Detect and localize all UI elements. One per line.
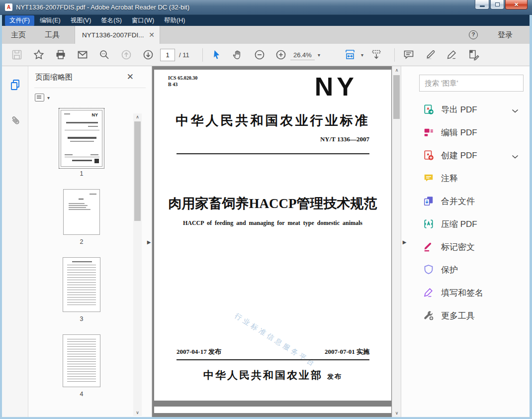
page-thumbnails-icon[interactable] bbox=[9, 78, 22, 91]
chevron-down-icon bbox=[512, 106, 519, 115]
scroll-down-icon[interactable]: ∨ bbox=[133, 410, 142, 415]
scroll-up-icon[interactable]: ∧ bbox=[133, 114, 142, 119]
protect-shield-icon bbox=[423, 264, 434, 275]
tool-compress-pdf[interactable]: 压缩 PDF bbox=[401, 212, 530, 235]
document-main-title: 肉用家畜饲养HACCP管理技术规范 bbox=[154, 195, 391, 212]
thumbnail-page-number: 4 bbox=[80, 391, 84, 398]
comment-icon[interactable] bbox=[403, 49, 415, 61]
chevron-down-icon bbox=[512, 152, 519, 161]
previous-page-icon[interactable] bbox=[120, 49, 132, 61]
sign-pen-icon[interactable] bbox=[446, 49, 458, 61]
menu-window[interactable]: 窗口(W) bbox=[127, 15, 159, 26]
thumbnail-options-button[interactable]: ▾ bbox=[35, 94, 50, 102]
sign-in-button[interactable]: 登录 bbox=[498, 26, 513, 44]
menu-view[interactable]: 视图(V) bbox=[66, 15, 96, 26]
collapse-left-panel-icon[interactable]: ▶ bbox=[146, 235, 152, 248]
thumbnail-page-3[interactable] bbox=[63, 257, 100, 312]
thumbnail-item: 4 bbox=[28, 334, 135, 410]
thumbnail-page-4[interactable] bbox=[63, 334, 100, 387]
next-page-icon[interactable] bbox=[142, 49, 154, 61]
fill-sign-icon[interactable] bbox=[468, 49, 480, 61]
zoom-level-control[interactable]: 26.4% ▾ bbox=[290, 49, 320, 61]
scroll-down-icon[interactable]: ∨ bbox=[392, 411, 401, 416]
zoom-in-icon[interactable] bbox=[275, 49, 287, 61]
tool-protect[interactable]: 保护 bbox=[401, 258, 530, 281]
close-tab-icon[interactable]: ✕ bbox=[149, 31, 155, 39]
tool-export-pdf[interactable]: 导出 PDF bbox=[401, 98, 530, 121]
save-icon[interactable] bbox=[11, 49, 23, 61]
tool-list: 导出 PDF 编辑 PDF 创建 PDF bbox=[401, 98, 530, 327]
menu-sign[interactable]: 签名(S) bbox=[96, 15, 126, 26]
panel-title: 页面缩略图 bbox=[35, 73, 73, 82]
tab-tools[interactable]: 工具 bbox=[45, 26, 60, 44]
thumbnail-page-number: 1 bbox=[80, 170, 84, 177]
tool-combine-files[interactable]: 合并文件 bbox=[401, 190, 530, 212]
more-tools-wrench-icon bbox=[423, 310, 434, 321]
tab-bar: 主页 工具 NYT1336-2007FDI... ✕ ? 登录 bbox=[2, 26, 530, 44]
tools-search-input[interactable] bbox=[419, 75, 524, 92]
thumbnails-scrollbar[interactable]: ∧ ∨ bbox=[133, 113, 142, 416]
tool-more-tools[interactable]: 更多工具 bbox=[401, 304, 530, 327]
tool-comment[interactable]: 注释 bbox=[401, 167, 530, 190]
document-scrollbar[interactable]: ∧ ∨ bbox=[392, 66, 401, 417]
email-icon[interactable] bbox=[77, 49, 89, 61]
pdf-page-2-top bbox=[154, 407, 391, 413]
tool-redact[interactable]: 标记密文 bbox=[401, 235, 530, 258]
options-list-icon bbox=[35, 94, 44, 102]
attachments-paperclip-icon[interactable] bbox=[9, 114, 22, 127]
close-panel-icon[interactable]: ✕ bbox=[127, 72, 134, 82]
scrollbar-thumb[interactable] bbox=[134, 121, 141, 221]
page-count-label: / 11 bbox=[179, 49, 189, 61]
help-icon[interactable]: ? bbox=[469, 30, 478, 39]
tool-create-pdf[interactable]: 创建 PDF bbox=[401, 144, 530, 167]
thumbnail-item: NY 1 bbox=[28, 110, 135, 189]
edit-pdf-icon bbox=[423, 127, 434, 138]
scroll-mode-icon[interactable] bbox=[370, 49, 382, 61]
compress-pdf-icon bbox=[423, 218, 434, 229]
ics-code: ICS 65.020.30 B 43 bbox=[168, 75, 197, 88]
navigation-rail bbox=[2, 66, 28, 417]
tool-edit-pdf[interactable]: 编辑 PDF bbox=[401, 121, 530, 144]
publisher-name: 中华人民共和国农业部 bbox=[203, 369, 323, 381]
select-tool-icon[interactable] bbox=[211, 49, 223, 61]
close-button[interactable]: ✕ bbox=[505, 0, 528, 9]
document-tab-label: NYT1336-2007FDI... bbox=[82, 31, 146, 39]
toolbar-separator bbox=[394, 48, 395, 62]
search-icon[interactable] bbox=[98, 49, 110, 61]
tab-document[interactable]: NYT1336-2007FDI... ✕ bbox=[75, 26, 160, 44]
menu-help[interactable]: 帮助(H) bbox=[160, 15, 189, 26]
comment-bubble-icon bbox=[423, 173, 434, 184]
window-title: NYT1336-2007FDIS.pdf - Adobe Acrobat Rea… bbox=[16, 3, 189, 11]
menu-edit[interactable]: 编辑(E) bbox=[35, 15, 65, 26]
hand-tool-icon[interactable] bbox=[232, 49, 244, 61]
thumbnail-page-2[interactable] bbox=[63, 189, 100, 235]
zoom-level-value[interactable]: 26.4% bbox=[290, 50, 315, 60]
toolbar-separator bbox=[202, 48, 203, 62]
watermark: 行业标准信息服务平台 bbox=[233, 312, 318, 369]
maximize-button[interactable] bbox=[490, 0, 504, 9]
acrobat-window: A NYT1336-2007FDIS.pdf - Adobe Acrobat R… bbox=[0, 0, 532, 419]
issue-date: 2007-04-17 发布 bbox=[177, 347, 221, 356]
redact-marker-icon bbox=[423, 241, 434, 252]
highlighter-icon[interactable] bbox=[425, 49, 437, 61]
print-icon[interactable] bbox=[55, 49, 67, 61]
tab-home[interactable]: 主页 bbox=[11, 26, 26, 44]
tool-fill-sign[interactable]: 填写和签名 bbox=[401, 281, 530, 304]
thumbnail-list: NY 1 bbox=[28, 110, 135, 410]
scrollbar-thumb[interactable] bbox=[393, 75, 400, 119]
main-area: 页面缩略图 ✕ ▾ NY bbox=[2, 66, 530, 417]
scroll-up-icon[interactable]: ∧ bbox=[392, 68, 401, 73]
chevron-down-icon: ▾ bbox=[318, 52, 320, 58]
export-pdf-icon bbox=[423, 104, 434, 115]
zoom-out-icon[interactable] bbox=[254, 49, 266, 61]
panel-header: 页面缩略图 ✕ bbox=[28, 66, 152, 88]
menu-file[interactable]: 文件(F) bbox=[5, 15, 34, 26]
favorite-star-icon[interactable] bbox=[33, 49, 45, 61]
tools-panel: ▶ 导出 PDF 编辑 PDF bbox=[401, 66, 530, 417]
divider bbox=[34, 88, 146, 88]
fit-width-icon[interactable] bbox=[344, 49, 356, 61]
window-controls: ✕ bbox=[474, 0, 528, 9]
minimize-button[interactable] bbox=[475, 0, 489, 9]
thumbnail-page-1[interactable]: NY bbox=[61, 110, 102, 167]
page-number-input[interactable] bbox=[160, 49, 175, 61]
